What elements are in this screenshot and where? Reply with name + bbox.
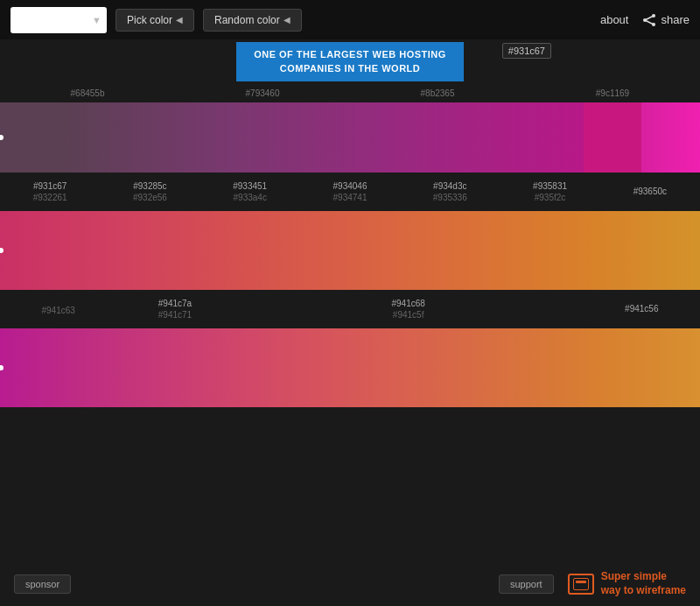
color-cell-r1-4[interactable]: [584, 102, 642, 173]
row1-label-2: #8b2365: [350, 83, 525, 102]
row2-col-5: #935831 #935f2c: [500, 173, 599, 211]
banner-line1: ONE OF THE LARGEST WEB HOSTING: [254, 49, 446, 60]
row1-labels: #68455b #793460 #8b2365 #9c1169: [0, 83, 700, 102]
row2-col-0: #931c67 #932261: [0, 173, 100, 211]
row2-top-2: #933451: [233, 181, 267, 191]
color-tooltip: #931c67: [502, 43, 551, 59]
bottom-spacer: [0, 407, 700, 477]
row4-col-4: [466, 290, 583, 328]
row4-bot-0: #941c63: [41, 306, 74, 315]
row5-gradient[interactable]: [0, 328, 700, 407]
about-link[interactable]: about: [600, 13, 629, 26]
row2-col-2: #933451 #933a4c: [200, 173, 300, 211]
color-cell-r1-5[interactable]: [641, 102, 700, 173]
row2-bot-1: #932e56: [133, 193, 167, 202]
row2-col-6: #93650c: [600, 173, 700, 211]
wireframe-promo[interactable]: Super simpleway to wireframe: [568, 570, 686, 597]
support-button[interactable]: support: [499, 574, 554, 594]
share-label: share: [661, 13, 690, 26]
row3-gradient[interactable]: [0, 211, 700, 290]
row2-bot-0: #932261: [33, 193, 67, 202]
row1-label-1: #793460: [175, 83, 350, 102]
row3-colors: [0, 211, 700, 290]
row2-top-1: #93285c: [133, 181, 166, 191]
row4-top-3: #941c68: [391, 299, 424, 308]
random-color-button[interactable]: Random color ◀: [203, 9, 302, 32]
row2-bot-4: #935336: [433, 193, 467, 202]
row2-col-4: #934d3c #935336: [400, 173, 500, 211]
row2-labels: #931c67 #932261 #93285c #932e56 #933451 …: [0, 173, 700, 211]
row1-label-3: #9c1169: [525, 83, 700, 102]
share-icon: [642, 13, 656, 27]
sponsor-button[interactable]: sponsor: [14, 574, 71, 594]
header: ▼ Pick color ◀ Random color ◀ about shar…: [0, 0, 700, 39]
svg-line-3: [645, 16, 654, 20]
row4-bot-3: #941c5f: [393, 310, 424, 320]
footer: sponsor support Super simpleway to wiref…: [0, 562, 700, 606]
row2-col-1: #93285c #932e56: [100, 173, 200, 211]
color-cell-r1-0[interactable]: [0, 102, 59, 173]
main-content: ONE OF THE LARGEST WEB HOSTING COMPANIES…: [0, 39, 700, 477]
pick-color-label: Pick color: [127, 14, 172, 26]
row5-colors: [0, 328, 700, 407]
wireframe-icon: [568, 574, 594, 595]
row4-top-5: #941c56: [625, 304, 658, 314]
pick-color-button[interactable]: Pick color ◀: [116, 9, 194, 32]
sponsor-banner[interactable]: ONE OF THE LARGEST WEB HOSTING COMPANIES…: [236, 42, 464, 81]
row1-colors: [0, 102, 700, 173]
share-button[interactable]: share: [642, 13, 690, 27]
svg-line-4: [645, 20, 654, 25]
random-color-arrow: ◀: [284, 15, 290, 25]
random-color-label: Random color: [214, 14, 280, 26]
row4-col-2: [234, 290, 350, 328]
row4-bot-1: #941c71: [158, 310, 192, 320]
color-cell-r1-3[interactable]: [409, 102, 584, 173]
row4-col-3: #941c68 #941c5f: [350, 290, 466, 328]
row2-top-0: #931c67: [33, 181, 66, 191]
banner-area: ONE OF THE LARGEST WEB HOSTING COMPANIES…: [0, 39, 700, 83]
color-preview-box: ▼: [10, 7, 107, 33]
banner-line2: COMPANIES IN THE WORLD: [280, 63, 421, 74]
row2-bot-3: #934741: [333, 193, 368, 202]
row4-col-5: #941c56: [584, 290, 700, 328]
row2-bot-5: #935f2c: [535, 193, 566, 202]
row2-bot-2: #933a4c: [234, 193, 267, 202]
wireframe-text: Super simpleway to wireframe: [601, 570, 686, 597]
row4-top-1: #941c7a: [158, 299, 192, 308]
row1-label-0: #68455b: [0, 83, 175, 102]
pick-color-arrow: ◀: [176, 15, 183, 25]
row2-col-3: #934046 #934741: [300, 173, 400, 211]
wireframe-icon-inner: [573, 578, 589, 590]
row2-top-5: #935831: [533, 181, 567, 191]
row2-top-3: #934046: [333, 181, 368, 191]
row4-col-1: #941c7a #941c71: [116, 290, 233, 328]
header-right: about share: [600, 13, 690, 27]
row2-top-4: #934d3c: [433, 181, 466, 191]
color-cell-r1-2[interactable]: [234, 102, 409, 173]
row4-col-0: #941c63: [0, 290, 116, 328]
row4-labels: #941c63 #941c7a #941c71 #941c68 #941c5f …: [0, 290, 700, 328]
color-cell-r1-1[interactable]: [59, 102, 234, 173]
row2-top-6: #93650c: [634, 187, 667, 196]
